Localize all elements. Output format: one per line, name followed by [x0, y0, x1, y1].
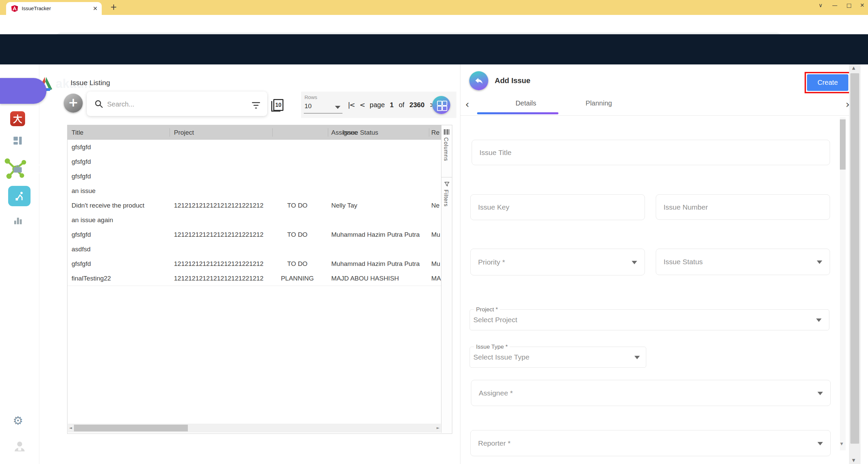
page-scroll-up-icon[interactable]: ▲: [852, 65, 855, 70]
page-scrollbar[interactable]: ▲ ▼: [849, 64, 861, 464]
page-of-word: of: [399, 101, 405, 109]
search-box: [87, 92, 267, 116]
account-person-icon[interactable]: [14, 440, 26, 452]
prev-page-button[interactable]: <: [360, 101, 365, 109]
page-total: 2360: [410, 101, 425, 109]
scroll-right-icon[interactable]: ►: [437, 424, 439, 432]
table-horizontal-scrollbar[interactable]: ◄ ►: [68, 424, 441, 432]
table-row[interactable]: gfsfgfd 1212121212121212121221212 TO DO …: [67, 256, 441, 271]
caret-down-icon: [817, 392, 823, 395]
scroll-left-icon[interactable]: ◄: [69, 424, 72, 432]
dashboard-icon[interactable]: [13, 136, 23, 146]
header-assignee[interactable]: Assignee: [331, 125, 358, 140]
project-select[interactable]: Project * Select Project: [470, 309, 829, 330]
create-button[interactable]: Create: [807, 74, 848, 91]
active-tab-underline: [477, 112, 558, 114]
horizontal-scroll-thumb[interactable]: [74, 425, 188, 431]
window-minimize-icon[interactable]: —: [830, 0, 840, 11]
add-issue-button[interactable]: +: [64, 94, 83, 113]
header-project[interactable]: Project: [174, 125, 194, 140]
issue-type-select[interactable]: Issue Type * Select Issue Type: [470, 347, 646, 368]
create-button-annotation: Create: [805, 72, 851, 93]
tabs-scroll-left-icon[interactable]: ‹: [465, 98, 469, 110]
table-row[interactable]: gfsfgfd: [67, 140, 441, 155]
issue-tracker-icon: [14, 191, 25, 201]
table-row[interactable]: Didn't receive the product 1212121212121…: [67, 198, 441, 213]
tab-title: IssueTracker: [22, 2, 51, 15]
reporter-select[interactable]: Reporter *: [470, 430, 831, 456]
priority-select[interactable]: Priority *: [470, 249, 645, 275]
table-row[interactable]: gfsfgfd: [67, 154, 441, 169]
search-input[interactable]: [106, 92, 243, 117]
pages-icon[interactable]: 10: [271, 99, 283, 111]
table-row[interactable]: an issue again: [67, 213, 441, 228]
pages-icon-count: 10: [273, 99, 283, 111]
bar-chart-icon[interactable]: [13, 215, 23, 226]
window-maximize-icon[interactable]: □: [844, 0, 854, 11]
browser-toolbar: ← → akaun.cloud/#/applets/akaun/issue-tr…: [0, 15, 868, 35]
sidebar-item-red-app[interactable]: [10, 111, 25, 126]
columns-icon: [444, 129, 450, 135]
caret-down-icon: [817, 260, 822, 264]
tab-details[interactable]: Details: [494, 99, 558, 107]
table-row[interactable]: finalTesting22 1212121212121212121221212…: [67, 271, 441, 286]
back-arrow-icon: [474, 76, 484, 85]
tab-filters[interactable]: Filters: [443, 190, 449, 207]
issue-title-field[interactable]: Issue Title: [472, 140, 830, 165]
table-row[interactable]: gfsfgfd: [67, 169, 441, 184]
table-row[interactable]: asdfsd: [67, 242, 441, 257]
table-row[interactable]: gfsfgfd 1212121212121212121221212 TO DO …: [67, 227, 441, 242]
tab-close-icon[interactable]: ✕: [93, 2, 98, 15]
cjk-big-icon: [13, 114, 23, 124]
sidebar-item-active-applet[interactable]: [0, 78, 46, 104]
filters-funnel-icon: [444, 181, 450, 187]
first-page-button[interactable]: |<: [348, 101, 355, 109]
tab-columns[interactable]: Columns: [443, 137, 449, 161]
rows-caret-icon[interactable]: [335, 106, 340, 109]
issue-status-select[interactable]: Issue Status: [656, 249, 830, 275]
issue-key-field[interactable]: Issue Key: [470, 194, 645, 220]
screen: IssueTracker ✕ + ∨ — □ ✕ ← → akaun.cloud…: [0, 0, 868, 464]
issue-number-field[interactable]: Issue Number: [656, 194, 830, 220]
filter-icon[interactable]: [251, 100, 261, 111]
assignee-select[interactable]: Assignee *: [471, 380, 831, 406]
side-tabs-divider: [441, 177, 452, 177]
page-current: 1: [390, 101, 394, 109]
rows-select-underline: [304, 113, 342, 114]
page-title: Issue Listing: [71, 79, 110, 87]
tab-search-chevron-icon[interactable]: ∨: [815, 0, 826, 11]
page-scroll-down-icon[interactable]: ▼: [852, 458, 855, 463]
project-label: Project *: [474, 306, 500, 313]
app-navbar: akaun: [0, 34, 868, 64]
caret-down-icon: [632, 261, 637, 264]
tab-planning[interactable]: Planning: [573, 99, 624, 107]
settings-gear-icon[interactable]: ⚙: [11, 414, 25, 427]
enter-arrow-icon: [32, 163, 43, 175]
grid-view-button[interactable]: [432, 96, 450, 114]
form-scroll-thumb[interactable]: [840, 119, 846, 170]
page-scroll-thumb[interactable]: [850, 73, 859, 444]
search-icon: [94, 99, 103, 109]
table-row[interactable]: an issue: [67, 183, 441, 198]
tabs-divider: [460, 115, 854, 116]
panel-title: Add Issue: [495, 71, 530, 90]
rows-label: Rows: [304, 94, 317, 100]
pagination-bar: Rows 10 |< < page 1 of 2360 > >|: [301, 92, 456, 118]
rows-per-page-value[interactable]: 10: [304, 102, 312, 110]
table-header-row: Title Project Issue Status Assignee Re: [67, 125, 441, 140]
browser-tab-strip: IssueTracker ✕ + ∨ — □ ✕: [0, 0, 868, 15]
window-close-icon[interactable]: ✕: [857, 0, 867, 11]
caret-down-icon: [634, 356, 640, 359]
issue-table: Title Project Issue Status Assignee Re g…: [67, 125, 452, 434]
back-button[interactable]: [469, 71, 488, 90]
form-scroll-down-icon[interactable]: ▼: [840, 442, 843, 446]
form-scrollbar[interactable]: ▼: [840, 117, 846, 450]
new-tab-button[interactable]: +: [108, 1, 119, 13]
browser-tab[interactable]: IssueTracker ✕: [6, 2, 102, 15]
sidebar-item-issue-tracker-active[interactable]: [8, 186, 31, 206]
header-title[interactable]: Title: [72, 125, 83, 140]
briefcase-icon[interactable]: [13, 164, 23, 174]
plus-icon: +: [64, 94, 83, 111]
page-word: page: [370, 101, 385, 109]
header-reporter[interactable]: Re: [431, 125, 441, 140]
